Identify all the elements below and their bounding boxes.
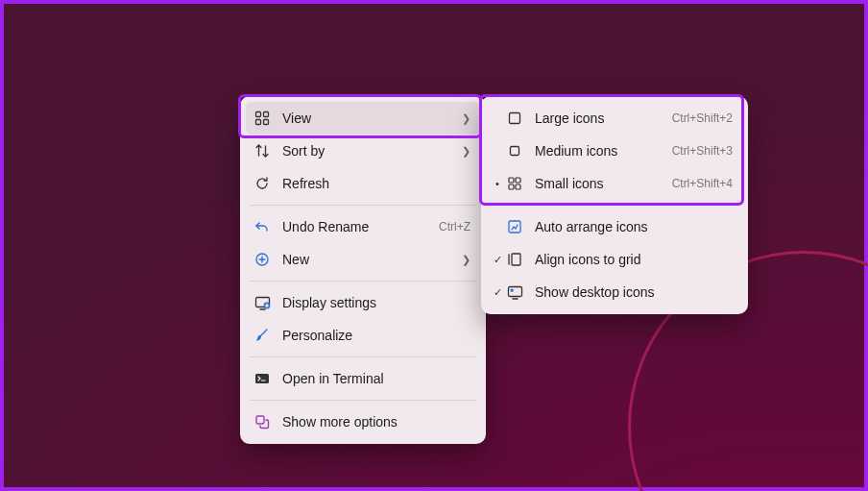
menu-new[interactable]: New ❯	[246, 243, 480, 276]
svg-rect-10	[511, 147, 519, 156]
align-grid-icon	[506, 251, 523, 268]
menu-label: Sort by	[282, 143, 456, 159]
menu-accel: Ctrl+Z	[439, 220, 470, 233]
svg-rect-16	[512, 254, 520, 265]
menu-accel: Ctrl+Shift+4	[672, 177, 733, 190]
chevron-right-icon: ❯	[462, 112, 470, 125]
new-icon	[253, 251, 271, 268]
menu-more-options[interactable]: Show more options	[246, 405, 480, 438]
menu-label: Personalize	[282, 328, 470, 343]
svg-rect-2	[256, 120, 261, 125]
brush-icon	[253, 327, 271, 344]
large-square-icon	[506, 110, 523, 127]
submenu-small-icons[interactable]: • Small icons Ctrl+Shift+4	[487, 167, 742, 200]
grid-icon	[253, 110, 271, 127]
menu-display-settings[interactable]: Display settings	[246, 286, 480, 319]
radio-marker-selected: •	[491, 178, 504, 189]
medium-square-icon	[506, 142, 523, 160]
menu-label: Medium icons	[535, 143, 663, 159]
menu-label: Large icons	[535, 110, 663, 126]
menu-separator	[250, 205, 476, 206]
check-marker-checked: ✓	[491, 254, 504, 266]
svg-rect-14	[516, 184, 520, 189]
menu-label: View	[282, 110, 456, 126]
svg-rect-15	[509, 221, 520, 233]
more-icon	[253, 413, 271, 430]
auto-arrange-icon	[506, 218, 523, 235]
context-menu-main: View ❯ Sort by ❯ Refresh Undo Rename Ctr…	[240, 96, 486, 444]
small-grid-icon	[506, 175, 523, 192]
menu-sort-by[interactable]: Sort by ❯	[246, 135, 480, 167]
refresh-icon	[253, 175, 271, 192]
svg-rect-1	[264, 112, 269, 117]
check-marker-checked: ✓	[491, 286, 504, 299]
menu-personalize[interactable]: Personalize	[246, 319, 480, 352]
menu-separator	[491, 205, 738, 206]
menu-label: Refresh	[282, 176, 470, 191]
svg-rect-0	[256, 112, 261, 117]
undo-icon	[253, 218, 271, 235]
menu-label: Show desktop icons	[535, 284, 733, 300]
menu-terminal[interactable]: Open in Terminal	[246, 362, 480, 395]
menu-label: Show more options	[282, 414, 470, 430]
menu-label: Open in Terminal	[282, 371, 470, 386]
display-icon	[253, 294, 271, 311]
context-menu-view-submenu: Large icons Ctrl+Shift+2 Medium icons Ct…	[481, 96, 748, 314]
submenu-show-desktop-icons[interactable]: ✓ Show desktop icons	[487, 276, 742, 308]
svg-rect-13	[509, 184, 514, 189]
submenu-medium-icons[interactable]: Medium icons Ctrl+Shift+3	[487, 135, 742, 167]
chevron-right-icon: ❯	[462, 254, 470, 266]
submenu-align-to-grid[interactable]: ✓ Align icons to grid	[487, 243, 742, 276]
chevron-right-icon: ❯	[462, 145, 470, 158]
svg-rect-9	[510, 113, 520, 124]
svg-rect-17	[508, 286, 521, 296]
menu-undo[interactable]: Undo Rename Ctrl+Z	[246, 210, 480, 243]
menu-label: New	[282, 252, 456, 267]
menu-separator	[250, 281, 476, 282]
menu-label: Undo Rename	[282, 219, 429, 234]
menu-accel: Ctrl+Shift+3	[672, 144, 733, 158]
menu-label: Align icons to grid	[535, 252, 733, 267]
submenu-large-icons[interactable]: Large icons Ctrl+Shift+2	[487, 102, 742, 135]
sort-icon	[253, 142, 271, 160]
submenu-auto-arrange[interactable]: Auto arrange icons	[487, 210, 742, 243]
menu-refresh[interactable]: Refresh	[246, 167, 480, 200]
menu-accel: Ctrl+Shift+2	[672, 111, 733, 125]
menu-separator	[250, 400, 476, 401]
terminal-icon	[253, 370, 271, 387]
svg-rect-12	[516, 178, 520, 183]
svg-rect-3	[264, 120, 269, 125]
desktop-screenshot: View ❯ Sort by ❯ Refresh Undo Rename Ctr…	[0, 0, 868, 491]
svg-rect-8	[256, 416, 264, 424]
svg-rect-11	[509, 178, 514, 183]
svg-rect-7	[255, 374, 269, 383]
menu-label: Display settings	[282, 295, 470, 310]
svg-rect-18	[510, 288, 513, 291]
menu-view[interactable]: View ❯	[246, 102, 480, 135]
menu-label: Auto arrange icons	[535, 219, 733, 234]
menu-separator	[250, 356, 476, 357]
desktop-icons-icon	[506, 283, 523, 301]
menu-label: Small icons	[535, 176, 663, 191]
